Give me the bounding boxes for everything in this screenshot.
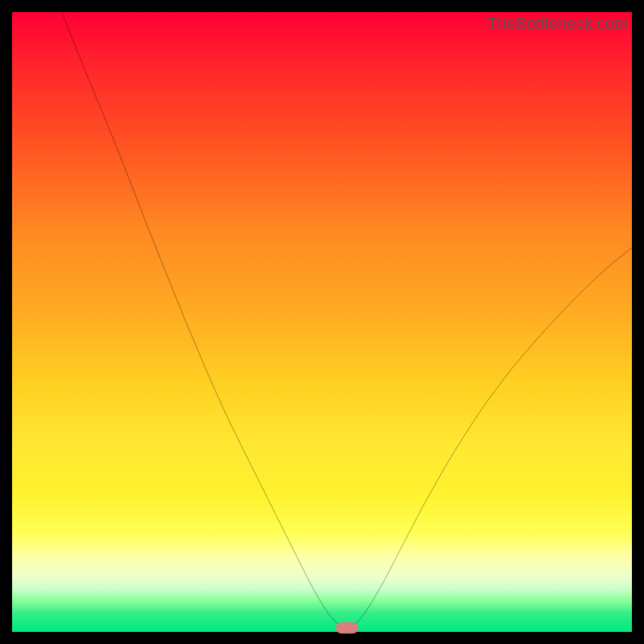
bottleneck-curve (12, 12, 632, 632)
plot-area (12, 12, 632, 632)
chart-container: TheBottleneck.com (0, 0, 644, 644)
watermark-text: TheBottleneck.com (487, 14, 628, 33)
optimum-marker (336, 622, 358, 634)
curve-path (62, 12, 632, 627)
